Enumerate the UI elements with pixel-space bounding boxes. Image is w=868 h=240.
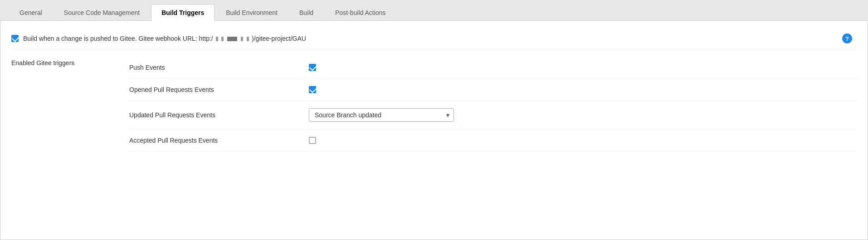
tab-post-build-actions[interactable]: Post-build Actions <box>325 4 396 21</box>
trigger-push-label: Push Events <box>129 64 302 71</box>
triggers-options: Push Events Opened Pull Requests Events … <box>129 57 857 152</box>
trigger-accepted-pr-label: Accepted Pull Requests Events <box>129 137 302 144</box>
tab-build-environment[interactable]: Build Environment <box>215 4 288 21</box>
redact-4 <box>241 37 243 41</box>
tab-source-code-management[interactable]: Source Code Management <box>54 4 150 21</box>
trigger-row-updated-pr: Updated Pull Requests Events Source Bran… <box>129 101 857 130</box>
tab-general[interactable]: General <box>9 4 53 21</box>
trigger-row-accepted-pr: Accepted Pull Requests Events <box>129 130 857 152</box>
redact-5 <box>247 37 249 41</box>
tab-build-triggers[interactable]: Build Triggers <box>151 4 215 21</box>
trigger-row-push: Push Events <box>129 57 857 79</box>
trigger-row-opened-pr: Opened Pull Requests Events <box>129 79 857 101</box>
trigger-push-control <box>309 64 316 71</box>
opened-pr-checkbox[interactable] <box>309 86 316 93</box>
webhook-checkbox[interactable] <box>11 35 19 42</box>
tab-build[interactable]: Build <box>289 4 324 21</box>
trigger-updated-pr-control: Source Branch updated Target Branch upda… <box>309 108 454 122</box>
webhook-row: Build when a change is pushed to Gitee. … <box>11 28 857 49</box>
tab-bar: General Source Code Management Build Tri… <box>0 0 868 21</box>
trigger-opened-pr-label: Opened Pull Requests Events <box>129 86 302 93</box>
webhook-text: Build when a change is pushed to Gitee. … <box>23 35 306 42</box>
triggers-section: Enabled Gitee triggers Push Events Opene… <box>11 57 857 152</box>
top-row-right: ? <box>842 34 857 43</box>
redact-3 <box>227 37 237 41</box>
redact-2 <box>221 37 224 41</box>
updated-pr-select[interactable]: Source Branch updated Target Branch upda… <box>309 108 454 122</box>
push-events-checkbox[interactable] <box>309 64 316 71</box>
redact-1 <box>216 37 218 41</box>
triggers-label: Enabled Gitee triggers <box>11 57 129 152</box>
help-icon[interactable]: ? <box>842 34 852 43</box>
trigger-updated-pr-label: Updated Pull Requests Events <box>129 111 302 119</box>
accepted-pr-checkbox[interactable] <box>309 137 316 144</box>
main-content: Build when a change is pushed to Gitee. … <box>0 21 868 240</box>
updated-pr-select-wrapper: Source Branch updated Target Branch upda… <box>309 108 454 122</box>
trigger-accepted-pr-control <box>309 137 316 144</box>
trigger-opened-pr-control <box>309 86 316 93</box>
